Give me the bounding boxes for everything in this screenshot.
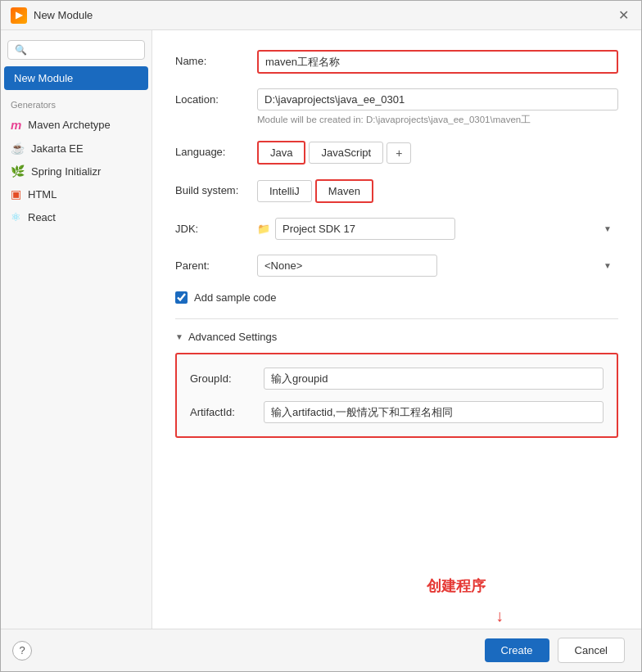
jdk-row: JDK: 📁 Project SDK 17 ▼ [175,218,618,240]
build-system-label: Build system: [175,179,257,196]
artifactid-input[interactable] [264,401,604,423]
spring-icon: 🌿 [11,165,25,178]
build-maven-button[interactable]: Maven [315,179,373,203]
name-row: Name: [175,50,618,74]
footer: 创建程序 ↓ ? Create Cancel [1,629,641,671]
groupid-row: GroupId: [190,368,604,390]
sample-code-label[interactable]: Add sample code [194,291,276,304]
sidebar-item-jakarta-label: Jakarta EE [31,142,84,155]
titlebar: ▶ New Module ✕ [1,1,641,30]
dialog-title: New Module [34,9,93,21]
language-control: Java JavaScript + [257,141,618,165]
sidebar-item-new-module[interactable]: New Module [4,66,148,90]
folder-icon: 📁 [257,223,270,235]
main-panel: Name: Location: Module will be created i… [152,30,641,629]
sidebar-item-maven-label: Maven Archetype [28,119,110,131]
parent-row: Parent: <None> ▼ [175,255,618,277]
parent-label: Parent: [175,255,257,272]
generators-label: Generators [1,93,151,113]
advanced-chevron-icon: ▼ [175,332,183,341]
sidebar-item-react[interactable]: ⚛ React [1,205,151,228]
jakarta-icon: ☕ [11,142,25,155]
cancel-button[interactable]: Cancel [558,638,625,663]
jdk-select[interactable]: Project SDK 17 [275,218,455,240]
jdk-control: 📁 Project SDK 17 ▼ [257,218,618,240]
sidebar-item-spring-label: Spring Initializr [31,165,101,178]
footer-left: ? [12,641,32,661]
artifactid-label: ArtifactId: [190,406,264,418]
jdk-dropdown-arrow: ▼ [604,224,612,233]
location-row: Location: Module will be created in: D:\… [175,88,618,126]
sidebar-item-react-label: React [28,211,56,223]
app-icon: ▶ [11,7,27,24]
sidebar-item-jakarta[interactable]: ☕ Jakarta EE [1,137,151,160]
new-module-dialog: ▶ New Module ✕ New Module Generators m M… [0,0,642,672]
parent-control: <None> ▼ [257,255,618,277]
language-row: Language: Java JavaScript + [175,141,618,165]
language-label: Language: [175,141,257,158]
search-input[interactable] [7,40,145,60]
parent-dropdown-arrow: ▼ [604,261,612,270]
sample-code-checkbox[interactable] [175,291,188,304]
name-control [257,50,618,74]
html-icon: ▣ [11,187,21,201]
build-system-row: Build system: IntelliJ Maven [175,179,618,203]
parent-dropdown-wrapper: <None> ▼ [257,255,618,277]
build-system-control: IntelliJ Maven [257,179,618,203]
artifactid-row: ArtifactId: [190,401,604,423]
react-icon: ⚛ [11,210,21,223]
content-area: New Module Generators m Maven Archetype … [1,30,641,629]
location-control: Module will be created in: D:\javaprojec… [257,88,618,126]
sidebar-item-spring[interactable]: 🌿 Spring Initializr [1,160,151,183]
advanced-title: Advanced Settings [188,331,277,343]
groupid-label: GroupId: [190,372,264,385]
location-input[interactable] [257,88,618,110]
maven-icon: m [11,118,21,132]
name-label: Name: [175,50,257,67]
build-system-btn-group: IntelliJ Maven [257,179,618,203]
close-button[interactable]: ✕ [615,7,631,24]
sidebar-item-maven[interactable]: m Maven Archetype [1,113,151,137]
groupid-input[interactable] [264,368,604,390]
jdk-label: JDK: [175,218,257,235]
sidebar-item-html[interactable]: ▣ HTML [1,183,151,205]
sidebar-item-html-label: HTML [28,188,57,201]
location-hint: Module will be created in: D:\javaprojec… [257,114,618,126]
jdk-dropdown-wrapper: 📁 Project SDK 17 ▼ [257,218,618,240]
build-intellij-button[interactable]: IntelliJ [257,180,312,202]
language-java-button[interactable]: Java [257,141,305,165]
sidebar: New Module Generators m Maven Archetype … [1,30,152,629]
language-btn-group: Java JavaScript + [257,141,618,165]
language-add-button[interactable]: + [387,142,411,164]
parent-select[interactable]: <None> [257,255,437,277]
sample-code-row: Add sample code [175,291,618,304]
language-javascript-button[interactable]: JavaScript [309,142,383,164]
advanced-section: ▼ Advanced Settings GroupId: ArtifactId: [175,331,618,438]
create-button[interactable]: Create [485,638,549,662]
advanced-box: GroupId: ArtifactId: [175,353,618,438]
advanced-header[interactable]: ▼ Advanced Settings [175,331,618,343]
help-button[interactable]: ? [12,641,32,661]
name-input[interactable] [257,50,618,74]
location-label: Location: [175,88,257,106]
titlebar-left: ▶ New Module [11,7,93,24]
